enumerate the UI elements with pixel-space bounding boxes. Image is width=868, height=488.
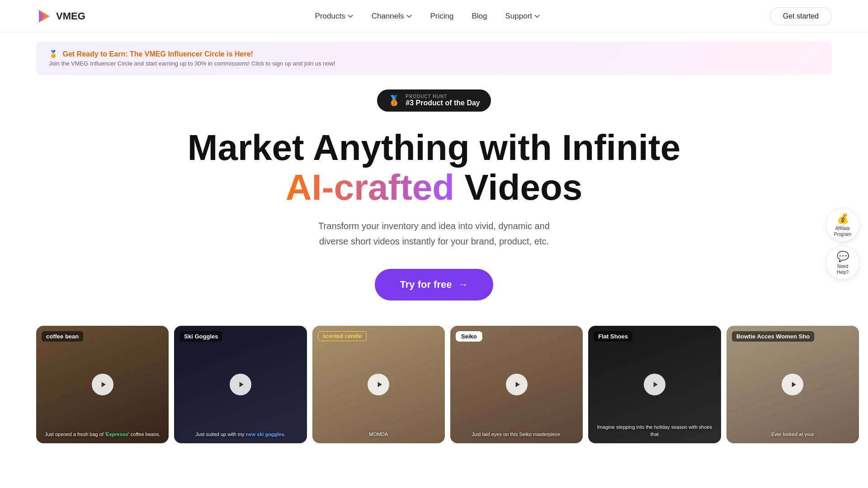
arrow-icon: → [458,279,468,291]
video-label-flatshoes: Flat Shoes [594,331,632,342]
video-caption-bowtie: Ever looked at your [732,431,854,438]
video-card-coffee[interactable]: coffee bean Just opened a fresh bag of '… [36,326,169,443]
side-widgets: 💰 AffiliateProgram 💬 NeedHelp? [826,209,859,279]
nav-pricing[interactable]: Pricing [430,12,454,21]
affiliate-program-widget[interactable]: 💰 AffiliateProgram [826,209,859,241]
video-caption-candle: MOMDA [318,431,439,438]
chevron-down-icon [534,13,540,19]
hero-subtitle: Transform your inventory and idea into v… [316,218,552,249]
video-label-candle: scented candle [318,331,367,341]
navbar: VMEG Products Channels Pricing Blog Supp… [0,0,868,33]
play-button-candle[interactable] [368,374,389,395]
nav-links: Products Channels Pricing Blog Support [315,12,540,21]
video-card-flatshoes[interactable]: Flat Shoes Imagine stepping into the hol… [588,326,721,443]
play-button-seiko[interactable] [506,374,528,395]
chat-icon: 💬 [837,251,849,263]
chevron-down-icon [347,13,354,19]
video-label-ski: Ski Goggles [179,331,222,342]
banner-subtitle: Join the VMEG Influencer Circle and star… [49,60,819,67]
play-button-flatshoes[interactable] [644,374,665,395]
need-help-widget[interactable]: 💬 NeedHelp? [826,247,859,279]
banner-title: 🏅 Get Ready to Earn: The VMEG Influencer… [49,50,819,58]
hero-section: Market Anything with Infinite AI-crafted… [0,112,868,249]
video-caption-ski: Just suited up with my new ski goggles. [179,431,301,438]
product-hunt-badge[interactable]: 🥉 PRODUCT HUNT #3 Product of the Day [377,89,491,112]
medal-icon: 🥉 [388,95,400,107]
cta-wrapper: Try for free → [0,269,868,300]
video-card-ski[interactable]: Ski Goggles Just suited up with my new s… [174,326,307,443]
promo-banner[interactable]: 🏅 Get Ready to Earn: The VMEG Influencer… [36,42,832,75]
video-label-bowtie: Bowtie Acces Women Sho [732,331,815,342]
nav-products[interactable]: Products [315,12,354,21]
logo-icon [36,8,52,24]
nav-blog[interactable]: Blog [472,12,487,21]
affiliate-label: AffiliateProgram [834,225,851,237]
video-label-coffee: coffee bean [42,331,83,342]
video-label-seiko: Seiko [456,331,482,342]
video-card-seiko[interactable]: Seiko Just laid eyes on this Seiko maste… [450,326,583,443]
ph-badge-text: PRODUCT HUNT #3 Product of the Day [406,94,480,107]
nav-support[interactable]: Support [505,12,541,21]
logo[interactable]: VMEG [36,8,85,24]
logo-text: VMEG [56,10,85,22]
get-started-button[interactable]: Get started [770,7,832,25]
play-button-bowtie[interactable] [782,374,803,395]
video-caption-seiko: Just laid eyes on this Seiko masterpiece… [456,431,577,438]
nav-channels[interactable]: Channels [372,12,412,21]
video-caption-flatshoes: Imagine stepping into the holiday season… [594,424,715,438]
hero-heading: Market Anything with Infinite AI-crafted… [36,128,832,207]
help-label: NeedHelp? [837,263,849,275]
video-section: coffee bean Just opened a fresh bag of '… [0,326,868,443]
try-free-button[interactable]: Try for free → [375,269,494,300]
video-card-candle[interactable]: scented candle MOMDA [312,326,445,443]
play-button-coffee[interactable] [92,374,113,395]
hero-gradient-text: AI-crafted [286,167,454,207]
video-card-bowtie[interactable]: Bowtie Acces Women Sho Ever looked at yo… [726,326,859,443]
product-hunt-badge-wrap: 🥉 PRODUCT HUNT #3 Product of the Day [0,89,868,112]
play-button-ski[interactable] [230,374,251,395]
chevron-down-icon [406,13,412,19]
coin-icon: 💰 [837,213,849,225]
video-caption-coffee: Just opened a fresh bag of 'Espresso' co… [42,431,163,438]
